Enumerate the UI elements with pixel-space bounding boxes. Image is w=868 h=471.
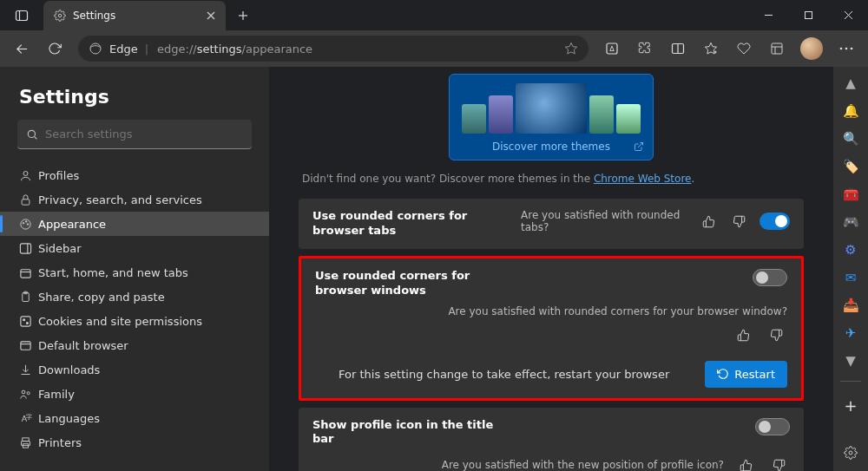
- setting-rounded-windows: Use rounded corners for browser windows …: [299, 256, 804, 401]
- restart-message: For this setting change to take effect, …: [315, 368, 693, 381]
- thumbs-down-button[interactable]: [729, 210, 749, 232]
- address-bar[interactable]: Edge | edge://settings/appearance: [78, 36, 589, 62]
- svg-rect-44: [21, 341, 30, 349]
- menu-button[interactable]: [832, 47, 861, 50]
- split-icon[interactable]: [663, 34, 693, 63]
- separator: |: [145, 43, 148, 56]
- svg-point-33: [25, 220, 27, 222]
- nav-share[interactable]: Share, copy and paste: [0, 285, 269, 309]
- nav-languages[interactable]: A字Languages: [0, 406, 269, 430]
- rail-bell-icon[interactable]: 🔔: [841, 101, 860, 121]
- thumbs-up-button[interactable]: [732, 324, 754, 347]
- browser-tab[interactable]: Settings: [43, 1, 226, 30]
- favorite-icon[interactable]: [564, 42, 578, 56]
- nav-default[interactable]: Default browser: [0, 333, 269, 357]
- edge-sidebar-rail: ▲ 🔔 🔍 🏷️ 🧰 🎮 ⚙ ✉ 📥 ✈ ▼ +: [833, 67, 868, 471]
- rail-drop-icon[interactable]: 📥: [841, 296, 860, 315]
- svg-rect-30: [22, 199, 30, 204]
- tab-actions-icon[interactable]: [0, 9, 43, 23]
- nav-appearance[interactable]: Appearance: [0, 212, 269, 236]
- feedback-text: Are you satisfied with rounded tabs?: [521, 209, 688, 233]
- rail-chevron-up-icon[interactable]: ▲: [841, 74, 860, 93]
- maximize-button[interactable]: [788, 0, 828, 30]
- rail-office-icon[interactable]: ⚙: [841, 240, 860, 259]
- close-window-button[interactable]: [828, 0, 868, 30]
- svg-point-34: [27, 223, 29, 225]
- nav-profiles[interactable]: Profiles: [0, 163, 269, 187]
- toolbar-icon-5[interactable]: [729, 34, 759, 63]
- clipboard-icon: [19, 291, 38, 304]
- printer-icon: [19, 436, 38, 449]
- svg-point-25: [845, 48, 848, 50]
- rail-shopping-icon[interactable]: 🏷️: [841, 157, 860, 176]
- profile-avatar[interactable]: [800, 37, 823, 60]
- setting-title: Use rounded corners for browser windows: [315, 269, 515, 298]
- edge-icon: [89, 42, 102, 56]
- theme-thumb: [489, 95, 513, 134]
- setting-profile-icon: Show profile icon in the title bar Are y…: [299, 408, 804, 471]
- svg-rect-51: [23, 437, 30, 441]
- tabs-icon: [19, 266, 38, 279]
- thumbs-down-button[interactable]: [765, 324, 787, 347]
- extensions-icon[interactable]: [630, 34, 660, 63]
- rail-chevron-down-icon[interactable]: ▼: [841, 351, 860, 370]
- rail-games-icon[interactable]: 🎮: [841, 213, 860, 232]
- rail-add-button[interactable]: +: [841, 396, 860, 415]
- nav-sidebar[interactable]: Sidebar: [0, 236, 269, 260]
- favorites-icon[interactable]: [696, 34, 726, 63]
- nav-downloads[interactable]: Downloads: [0, 357, 269, 382]
- thumbs-down-button[interactable]: [767, 454, 790, 471]
- svg-point-26: [851, 48, 853, 50]
- rail-search-icon[interactable]: 🔍: [841, 129, 860, 148]
- permissions-icon: [19, 315, 38, 328]
- svg-rect-37: [21, 269, 30, 277]
- feedback-text: Are you satisfied with the new position …: [442, 459, 724, 471]
- restart-button[interactable]: Restart: [705, 361, 787, 388]
- toolbar-icon-1[interactable]: ⵠ: [597, 34, 627, 63]
- close-tab-button[interactable]: [203, 8, 219, 23]
- rail-tools-icon[interactable]: 🧰: [841, 185, 860, 204]
- nav-family[interactable]: Family: [0, 382, 269, 406]
- rail-settings-icon[interactable]: [841, 443, 860, 462]
- discover-link-label[interactable]: Discover more themes: [492, 141, 610, 153]
- svg-point-32: [23, 222, 24, 224]
- language-icon: A字: [19, 412, 38, 425]
- search-input[interactable]: [45, 128, 243, 141]
- thumbs-up-button[interactable]: [699, 210, 719, 232]
- nav-cookies[interactable]: Cookies and site permissions: [0, 309, 269, 333]
- svg-marker-13: [565, 43, 576, 54]
- rail-outlook-icon[interactable]: ✉: [841, 268, 860, 287]
- rail-send-icon[interactable]: ✈: [841, 324, 860, 343]
- nav-printers[interactable]: Printers: [0, 430, 269, 455]
- nav-privacy[interactable]: Privacy, search, and services: [0, 187, 269, 212]
- svg-rect-41: [21, 316, 30, 325]
- svg-rect-21: [772, 43, 782, 54]
- new-tab-button[interactable]: [233, 5, 253, 26]
- chrome-web-store-link[interactable]: Chrome Web Store: [594, 173, 692, 185]
- svg-line-28: [35, 136, 37, 139]
- profile-icon-toggle[interactable]: [755, 418, 790, 435]
- refresh-button[interactable]: [40, 34, 69, 63]
- thumbs-up-button[interactable]: [734, 454, 757, 471]
- search-input-wrap[interactable]: [17, 120, 252, 149]
- discover-themes-card[interactable]: Discover more themes: [449, 74, 654, 160]
- theme-thumb: [589, 95, 614, 134]
- download-icon: [19, 363, 38, 376]
- rounded-windows-toggle[interactable]: [753, 269, 787, 286]
- minimize-button[interactable]: [748, 0, 788, 30]
- theme-thumbnails: [457, 82, 646, 134]
- gear-icon: [54, 10, 66, 22]
- page-title: Settings: [0, 86, 269, 120]
- rounded-tabs-toggle[interactable]: [760, 213, 790, 230]
- site-identifier: Edge: [109, 43, 138, 56]
- feedback-text: Are you satisfied with rounded corners f…: [448, 305, 787, 317]
- back-button[interactable]: [7, 34, 36, 63]
- paint-icon: [19, 218, 38, 231]
- nav-start[interactable]: Start, home, and new tabs: [0, 260, 269, 285]
- lock-icon: [19, 193, 38, 206]
- setting-title: Show profile icon in the title bar: [312, 418, 512, 448]
- svg-point-48: [27, 391, 30, 394]
- toolbar-icon-6[interactable]: [762, 34, 792, 63]
- svg-line-54: [638, 143, 643, 148]
- svg-rect-8: [805, 12, 812, 19]
